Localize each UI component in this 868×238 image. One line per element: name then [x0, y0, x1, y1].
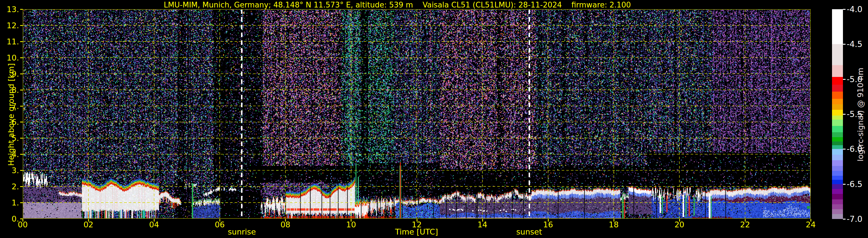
colorbar-stop — [832, 176, 843, 180]
y-tick-label: 11. — [0, 37, 19, 46]
colorbar-stop — [832, 99, 843, 105]
page-title: LMU-MIM, Munich, Germany; 48.148° N 11.5… — [164, 1, 631, 9]
y-tick-label: 9. — [0, 69, 19, 78]
y-tick-mark — [20, 90, 23, 90]
y-tick-label: 8. — [0, 85, 19, 94]
colorbar-stop — [832, 204, 843, 209]
colorbar-stop — [832, 155, 843, 160]
y-tick-label: 1. — [0, 198, 19, 207]
backscatter-heatmap — [23, 9, 811, 219]
x-tick-mark — [810, 219, 811, 221]
x-axis-label: Time [UTC] — [395, 227, 438, 236]
y-tick-label: 7. — [0, 101, 19, 110]
colorbar-stop — [832, 171, 843, 176]
y-tick-label: 13. — [0, 5, 19, 14]
y-tick-label: 12. — [0, 21, 19, 30]
colorbar-stop — [832, 9, 843, 44]
colorbar-stop — [832, 184, 843, 189]
colorbar-stop — [832, 132, 843, 137]
y-tick-mark — [20, 186, 23, 187]
y-tick-mark — [20, 25, 23, 26]
colorbar-stop — [832, 104, 843, 110]
y-tick-label: 3. — [0, 166, 19, 175]
x-tick-mark — [482, 219, 483, 221]
y-tick-label: 6. — [0, 118, 19, 126]
colorbar-tick-mark — [843, 79, 845, 80]
colorbar-stop — [832, 65, 843, 77]
x-tick-mark — [416, 219, 417, 221]
y-tick-label: 5. — [0, 134, 19, 143]
colorbar-stop — [832, 199, 843, 204]
colorbar-tick-mark — [843, 9, 845, 10]
x-tick-mark — [154, 219, 155, 221]
colorbar-stop — [832, 44, 843, 65]
x-tick-mark — [23, 219, 23, 221]
colorbar-stop — [832, 116, 843, 120]
ceilometer-quicklook-page: { "title": "LMU-MIM, Munich, Germany; 48… — [0, 0, 868, 238]
x-tick-mark — [679, 219, 680, 221]
y-tick-mark — [20, 106, 23, 107]
x-tick-mark — [285, 219, 286, 221]
y-tick-mark — [20, 9, 23, 10]
colorbar-label: log(rc-signal) @ 910 nm — [856, 49, 865, 181]
colorbar-tick-mark — [843, 184, 845, 185]
y-tick-mark — [20, 73, 23, 75]
y-axis-label: Height above ground [km] — [7, 49, 16, 181]
y-tick-label: 4. — [0, 150, 19, 159]
y-tick-mark — [20, 202, 23, 203]
colorbar-stop — [832, 92, 843, 99]
colorbar-stop — [832, 145, 843, 149]
y-tick-mark — [20, 41, 23, 42]
x-tick-mark — [745, 219, 746, 221]
x-tick-mark — [219, 219, 220, 221]
colorbar-tick-label: -4.5 — [847, 39, 863, 49]
sunset-annotation-label: sunset — [516, 227, 542, 236]
y-tick-mark — [20, 122, 23, 122]
colorbar-tick-label: -7.0 — [847, 214, 863, 224]
y-tick-mark — [20, 57, 23, 58]
y-tick-label: 0. — [0, 214, 19, 223]
colorbar-stop — [832, 85, 843, 92]
colorbar-tick-mark — [843, 114, 845, 115]
colorbar-stop — [832, 110, 843, 116]
colorbar — [832, 9, 843, 219]
colorbar-stop — [832, 142, 843, 146]
colorbar-tick-mark — [843, 44, 845, 44]
x-tick-mark — [88, 219, 89, 221]
colorbar-tick-mark — [843, 219, 845, 219]
x-tick-mark — [548, 219, 549, 221]
y-tick-mark — [20, 154, 23, 155]
colorbar-stop — [832, 214, 843, 219]
colorbar-stop — [832, 120, 843, 126]
colorbar-stop — [832, 194, 843, 200]
colorbar-stop — [832, 149, 843, 155]
colorbar-stop — [832, 126, 843, 132]
colorbar-stop — [832, 189, 843, 194]
colorbar-stop — [832, 166, 843, 171]
colorbar-stop — [832, 160, 843, 166]
colorbar-tick-mark — [843, 149, 845, 150]
x-tick-mark — [351, 219, 351, 221]
colorbar-tick-label: -4.0 — [847, 5, 863, 14]
y-tick-label: 10. — [0, 53, 19, 62]
y-tick-label: 2. — [0, 182, 19, 191]
x-tick-mark — [614, 219, 614, 221]
colorbar-stop — [832, 137, 843, 142]
colorbar-stop — [832, 209, 843, 214]
colorbar-stop — [832, 180, 843, 184]
colorbar-stop — [832, 77, 843, 85]
y-tick-mark — [20, 138, 23, 139]
y-tick-mark — [20, 170, 23, 171]
sunrise-annotation-label: sunrise — [228, 227, 256, 236]
